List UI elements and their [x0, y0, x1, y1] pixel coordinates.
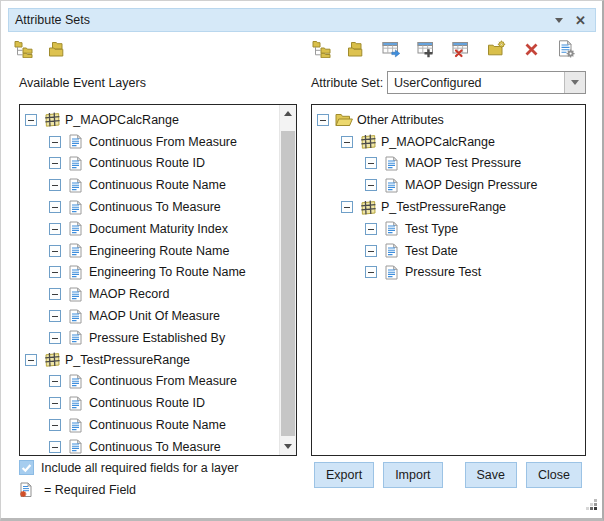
collapse-expander-icon[interactable] [49, 136, 61, 148]
expand-all-layers-button[interactable] [15, 37, 35, 61]
tree-row[interactable]: Engineering Route Name [20, 240, 279, 262]
tree-row[interactable]: Continuous Route Name [20, 174, 279, 196]
scrollbar-thumb[interactable] [281, 131, 295, 436]
titlebar-controls: ✕ [555, 14, 595, 27]
tree-item-label: Test Type [405, 222, 458, 236]
tree-row[interactable]: Other Attributes [312, 109, 585, 131]
collapse-expander-icon[interactable] [317, 114, 329, 126]
collapse-expander-icon[interactable] [49, 310, 61, 322]
required-field-legend: = Required Field [16, 482, 136, 498]
tree-row[interactable]: Continuous To Measure [20, 196, 279, 218]
field-icon [66, 439, 85, 454]
collapse-expander-icon[interactable] [365, 157, 377, 169]
tree-row[interactable]: Engineering To Route Name [20, 262, 279, 284]
collapse-expander-icon[interactable] [49, 223, 61, 235]
field-icon [382, 178, 401, 193]
close-dialog-icon[interactable]: ✕ [575, 14, 586, 27]
collapse-expander-icon[interactable] [365, 245, 377, 257]
tree-row[interactable]: Continuous From Measure [20, 371, 279, 393]
tree-row[interactable]: Test Type [312, 218, 585, 240]
field-icon [382, 221, 401, 236]
field-icon [66, 396, 85, 411]
collapse-all-layers-button[interactable] [49, 37, 69, 61]
tree-item-label: Continuous To Measure [89, 200, 221, 214]
field-icon [66, 309, 85, 324]
delete-attribute-set-button[interactable] [523, 37, 543, 61]
new-attribute-set-button[interactable] [488, 37, 508, 61]
collapse-expander-icon[interactable] [365, 179, 377, 191]
tree-row[interactable]: MAOP Test Pressure [312, 153, 585, 175]
close-button[interactable]: Close [526, 462, 582, 488]
field-icon [66, 265, 85, 280]
tree-row[interactable]: Test Date [312, 240, 585, 262]
save-button[interactable]: Save [465, 462, 518, 488]
collapse-expander-icon[interactable] [341, 136, 353, 148]
collapse-expander-icon[interactable] [49, 441, 61, 453]
scroll-down-button[interactable] [280, 438, 296, 455]
tree-item-label: Test Date [405, 244, 458, 258]
folders-icon [48, 41, 67, 58]
add-attribute-to-set-button[interactable] [383, 37, 403, 61]
scroll-up-button[interactable] [280, 105, 296, 122]
collapse-expander-icon[interactable] [25, 354, 37, 366]
tree-row[interactable]: Document Maturity Index [20, 218, 279, 240]
attribute-set-dropdown[interactable]: UserConfigured [387, 71, 586, 94]
attribute-set-value[interactable]: UserConfigured [388, 72, 564, 93]
import-button[interactable]: Import [383, 462, 442, 488]
tree-row[interactable]: Continuous Route Name [20, 414, 279, 436]
include-required-fields-checkbox[interactable] [19, 460, 34, 475]
collapse-expander-icon[interactable] [365, 266, 377, 278]
collapse-expander-icon[interactable] [25, 114, 37, 126]
tree-folders-icon [312, 40, 331, 58]
doc-gear-icon [557, 40, 576, 58]
tree-row[interactable]: Pressure Test [312, 262, 585, 284]
collapse-all-attributes-button[interactable] [348, 37, 368, 61]
tree-folders-icon [14, 40, 33, 58]
collapse-expander-icon[interactable] [341, 201, 353, 213]
collapse-expander-icon[interactable] [49, 375, 61, 387]
tree-item-label: MAOP Test Pressure [405, 156, 521, 170]
collapse-dialog-icon[interactable] [555, 18, 563, 23]
tree-row[interactable]: Continuous To Measure [20, 436, 279, 455]
collapse-expander-icon[interactable] [49, 419, 61, 431]
remove-attribute-button[interactable] [453, 37, 473, 61]
tree-row[interactable]: P_TestPressureRange [20, 349, 279, 371]
titlebar: Attribute Sets ✕ [8, 8, 596, 32]
event-layer-icon [42, 352, 61, 367]
collapse-expander-icon[interactable] [49, 157, 61, 169]
collapse-expander-icon[interactable] [49, 332, 61, 344]
collapse-expander-icon[interactable] [49, 179, 61, 191]
add-all-attributes-button[interactable] [418, 37, 438, 61]
vertical-scrollbar[interactable] [279, 105, 296, 455]
collapse-expander-icon[interactable] [49, 397, 61, 409]
resize-grip-icon[interactable] [585, 498, 599, 512]
tree-row[interactable]: MAOP Record [20, 283, 279, 305]
tree-item-label: MAOP Design Pressure [405, 178, 537, 192]
tree-item-label: Continuous From Measure [89, 374, 237, 388]
tree-row[interactable]: P_MAOPCalcRange [20, 109, 279, 131]
tree-row[interactable]: MAOP Unit Of Measure [20, 305, 279, 327]
tree-row[interactable]: Continuous Route ID [20, 153, 279, 175]
collapse-expander-icon[interactable] [49, 201, 61, 213]
attribute-set-properties-button[interactable] [558, 37, 578, 61]
tree-row[interactable]: MAOP Design Pressure [312, 174, 585, 196]
collapse-expander-icon[interactable] [365, 223, 377, 235]
collapse-expander-icon[interactable] [49, 288, 61, 300]
field-icon [382, 243, 401, 258]
dropdown-arrow-button[interactable] [564, 72, 585, 93]
tree-row[interactable]: Pressure Established By [20, 327, 279, 349]
field-icon [66, 134, 85, 149]
available-layers-panel: P_MAOPCalcRangeContinuous From MeasureCo… [19, 104, 297, 456]
tree-item-label: Continuous Route Name [89, 178, 226, 192]
tree-row[interactable]: P_TestPressureRange [312, 196, 585, 218]
collapse-expander-icon[interactable] [49, 266, 61, 278]
tree-row[interactable]: Continuous From Measure [20, 131, 279, 153]
commit-buttons: Save Close [465, 462, 582, 488]
tree-row[interactable]: P_MAOPCalcRange [312, 131, 585, 153]
expand-all-attributes-button[interactable] [313, 37, 333, 61]
collapse-expander-icon[interactable] [49, 245, 61, 257]
export-button[interactable]: Export [314, 462, 374, 488]
tree-row[interactable]: Continuous Route ID [20, 392, 279, 414]
table-arrow-icon [382, 40, 401, 58]
event-layer-icon [42, 112, 61, 127]
